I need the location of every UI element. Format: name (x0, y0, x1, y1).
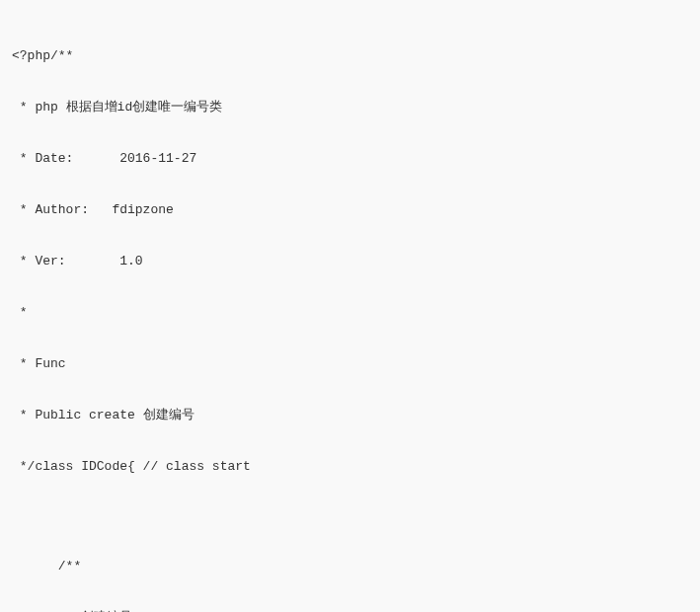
code-line: * (12, 300, 688, 326)
code-line: * Date: 2016-11-27 (12, 146, 688, 172)
code-line: * Func (12, 351, 688, 377)
code-line: * php 根据自增id创建唯一编号类 (12, 95, 688, 120)
code-line: * Public create 创建编号 (12, 403, 688, 428)
code-line: * 创建编号 (12, 605, 688, 612)
code-line (12, 505, 688, 528)
code-line: */class IDCode{ // class start (12, 454, 688, 480)
code-line: * Author: fdipzone (12, 197, 688, 223)
code-line: <?php/** (12, 43, 688, 69)
code-block: <?php/** * php 根据自增id创建唯一编号类 * Date: 201… (0, 0, 700, 612)
code-line: /** (12, 554, 688, 579)
code-line: * Ver: 1.0 (12, 249, 688, 274)
